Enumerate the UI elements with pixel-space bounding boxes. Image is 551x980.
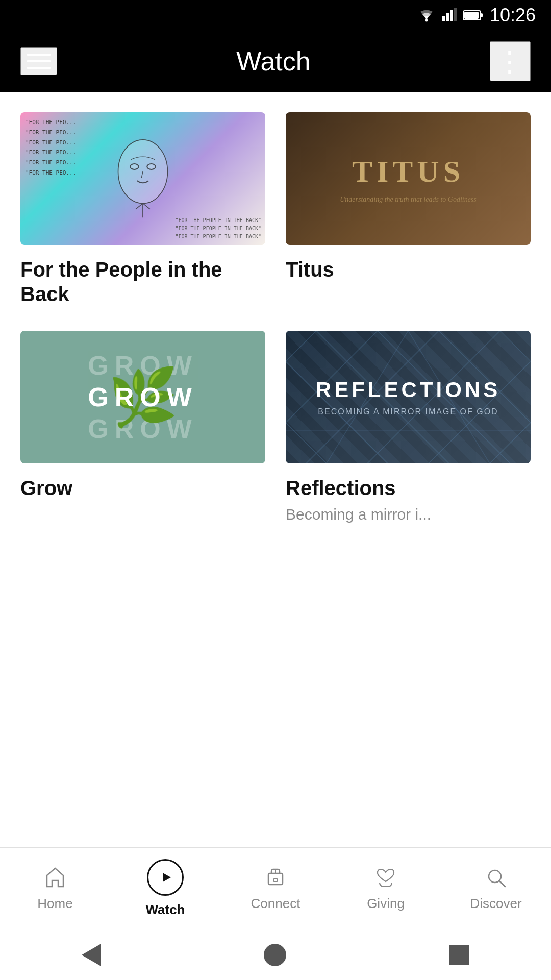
svg-rect-2 [446, 13, 449, 21]
watch-play-icon [147, 859, 184, 896]
nav-label-watch: Watch [145, 902, 185, 918]
card-for-the-people[interactable]: "FOR THE PEO... "FOR THE PEO... "FOR THE… [20, 112, 265, 310]
card-grow[interactable]: GROW GROW GROW 🌿 GROW Grow [20, 331, 265, 524]
nav-item-home[interactable]: Home [0, 865, 110, 912]
nav-label-connect: Connect [251, 896, 300, 912]
grow-center-text: GROW [88, 382, 198, 412]
card-title-grow: Grow [20, 476, 265, 500]
status-icons: 10:26 [417, 5, 536, 26]
signal-icon [442, 8, 457, 22]
svg-rect-1 [442, 16, 445, 21]
recents-button[interactable] [449, 945, 469, 965]
nav-label-discover: Discover [470, 896, 521, 912]
hamburger-menu-button[interactable] [20, 47, 57, 75]
card-title-reflections: Reflections [286, 476, 531, 500]
wifi-icon [417, 8, 436, 22]
home-icon [43, 865, 67, 890]
svg-point-9 [130, 164, 139, 169]
svg-marker-16 [163, 873, 171, 882]
more-options-button[interactable]: ⋮ [490, 41, 531, 81]
giving-icon [373, 865, 398, 890]
app-header: Watch ⋮ [0, 31, 551, 92]
svg-point-10 [147, 164, 156, 169]
status-time: 10:26 [490, 5, 536, 26]
card-subtitle-reflections: Becoming a mirror i... [286, 504, 531, 524]
svg-rect-4 [454, 8, 457, 21]
for-the-people-bottom-text: "FOR THE PEOPLE IN THE BACK" "FOR THE PE… [175, 216, 261, 241]
reflections-image-subtitle: BECOMING A MIRROR IMAGE OF GOD [310, 407, 506, 416]
for-the-people-overlay-text: "FOR THE PEO... "FOR THE PEO... "FOR THE… [26, 117, 76, 178]
nav-label-giving: Giving [367, 896, 405, 912]
card-image-for-the-people: "FOR THE PEO... "FOR THE PEO... "FOR THE… [20, 112, 265, 245]
connect-icon [263, 865, 288, 890]
card-image-grow: GROW GROW GROW 🌿 GROW [20, 331, 265, 463]
svg-rect-3 [450, 10, 453, 21]
nav-label-home: Home [37, 896, 72, 912]
card-titus[interactable]: TITUS Understanding the truth that leads… [286, 112, 531, 310]
content-grid: "FOR THE PEO... "FOR THE PEO... "FOR THE… [20, 112, 531, 524]
card-image-reflections: REFLECTIONS BECOMING A MIRROR IMAGE OF G… [286, 331, 531, 463]
nav-item-watch[interactable]: Watch [110, 859, 220, 918]
bottom-navigation: Home Watch Connect Giving [0, 847, 551, 929]
titus-image-subtitle: Understanding the truth that leads to Go… [330, 195, 487, 204]
nav-item-giving[interactable]: Giving [331, 865, 441, 912]
battery-icon [463, 9, 484, 21]
card-title-titus: Titus [286, 257, 531, 282]
svg-point-0 [425, 19, 428, 22]
svg-rect-6 [481, 13, 483, 17]
discover-icon [484, 865, 508, 890]
home-button[interactable] [264, 944, 286, 966]
nav-item-connect[interactable]: Connect [220, 865, 331, 912]
card-image-titus: TITUS Understanding the truth that leads… [286, 112, 531, 245]
card-reflections[interactable]: REFLECTIONS BECOMING A MIRROR IMAGE OF G… [286, 331, 531, 524]
back-triangle-icon [82, 944, 101, 966]
header-title: Watch [236, 46, 310, 77]
svg-line-21 [499, 881, 505, 887]
back-button[interactable] [82, 944, 101, 966]
titus-image-title: TITUS [352, 154, 464, 189]
nav-item-discover[interactable]: Discover [441, 865, 551, 912]
svg-rect-7 [464, 12, 479, 19]
svg-rect-19 [273, 879, 278, 881]
home-circle-icon [264, 944, 286, 966]
content-area: "FOR THE PEO... "FOR THE PEO... "FOR THE… [0, 92, 551, 524]
system-navigation-bar [0, 929, 551, 980]
reflections-image-title: REFLECTIONS [316, 378, 500, 402]
card-title-for-the-people: For the People in the Back [20, 257, 265, 306]
recents-square-icon [449, 945, 469, 965]
status-bar: 10:26 [0, 0, 551, 31]
